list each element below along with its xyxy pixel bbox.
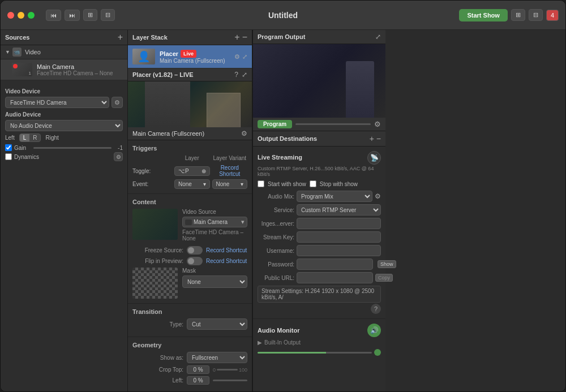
source-thumb-number: 1 — [29, 71, 31, 76]
output-destinations-header: Output Destinations + − — [253, 131, 385, 147]
live-badge: Live — [181, 50, 196, 58]
minimize-button[interactable] — [18, 12, 24, 19]
audio-mix-row: Audio Mix: Program Mix ⚙ — [258, 191, 381, 202]
event-val: None ▾ — [174, 179, 210, 189]
live-streaming-icon-button[interactable]: 📡 — [367, 151, 381, 165]
program-person-shape — [346, 61, 374, 118]
placer-expand-icon[interactable]: ⤢ — [242, 71, 247, 79]
grid-btn-2[interactable]: ⊟ — [529, 9, 543, 21]
traffic-lights — [7, 12, 35, 19]
gain-value: -1 — [114, 145, 123, 151]
camera-select-row[interactable]: Main Camera ▾ — [182, 217, 247, 227]
dynamics-gear-button[interactable]: ⚙ — [114, 152, 123, 161]
program-tab-button[interactable]: Program — [258, 120, 292, 128]
lr-row: Left L R Right — [5, 133, 123, 142]
next-button[interactable]: ⏭ — [65, 10, 80, 21]
freeze-toggle[interactable] — [187, 246, 203, 255]
show-as-row: Show as: Fullscreen — [132, 352, 247, 363]
service-select[interactable]: Custom RTMP Server — [297, 204, 381, 216]
left-crop-input[interactable] — [187, 376, 209, 385]
source-sub: FaceTime HD Camera – None — [37, 70, 123, 76]
layer-stack-panel: Layer Stack + − 👤 Placer Live — [128, 30, 252, 391]
placer-layer-item[interactable]: 👤 Placer Live Main Camera (Fullscreen) ⚙… — [128, 45, 252, 68]
program-slider[interactable] — [295, 123, 371, 125]
flip-toggle[interactable] — [187, 257, 203, 265]
flip-shortcut-link[interactable]: Record Shortcut — [206, 258, 247, 264]
preview-window-overlay — [207, 93, 241, 127]
mask-select[interactable]: None — [182, 275, 247, 288]
audio-mix-gear-icon[interactable]: ⚙ — [375, 192, 381, 200]
program-gear-icon[interactable]: ⚙ — [374, 120, 381, 128]
start-show-button[interactable]: Start Show — [459, 9, 507, 21]
help-icon-button[interactable]: ? — [371, 304, 381, 314]
gain-checkbox[interactable] — [5, 144, 12, 151]
ingest-input[interactable] — [297, 218, 381, 229]
flip-label: Flip in Preview: — [132, 258, 183, 264]
audio-speaker-button[interactable]: 🔊 — [367, 324, 381, 337]
password-input[interactable] — [297, 259, 373, 270]
crop-top-input[interactable] — [187, 365, 209, 374]
grid-button[interactable]: ⊟ — [101, 9, 115, 21]
title-bar: ⏮ ⏭ ⊞ ⊟ Untitled Start Show ⊞ ⊟ 4 — [1, 1, 565, 30]
show-as-label: Show as: — [132, 355, 183, 361]
video-source-thumbnail — [132, 209, 178, 240]
output-add-button[interactable]: + — [370, 134, 374, 143]
layout-button[interactable]: ⊞ — [83, 9, 97, 21]
layer-add-button[interactable]: + — [234, 33, 239, 42]
prev-button[interactable]: ⏮ — [46, 10, 61, 21]
public-url-input[interactable] — [297, 272, 373, 283]
dynamics-checkbox[interactable] — [5, 153, 12, 160]
video-device-select[interactable]: FaceTime HD Camera — [5, 97, 109, 108]
audio-mix-select[interactable]: Program Mix — [297, 191, 372, 202]
badge-button[interactable]: 4 — [546, 10, 559, 21]
help-icon[interactable]: ? — [234, 71, 238, 79]
layer-avatar-icon: 👤 — [132, 49, 155, 64]
maximize-button[interactable] — [28, 12, 35, 19]
start-with-show-checkbox[interactable] — [258, 180, 264, 187]
placer-title: Placer (v1.82) – LIVE — [132, 71, 194, 78]
sources-add-button[interactable]: + — [118, 33, 123, 42]
camera-color-swatch — [185, 219, 192, 225]
public-url-label: Public URL: — [258, 275, 294, 281]
stop-with-show-checkbox[interactable] — [310, 180, 316, 187]
left-crop-label: Left: — [132, 377, 183, 384]
audio-monitor-slider-row — [258, 349, 381, 356]
window-title: Untitled — [268, 11, 298, 20]
audio-monitor-slider[interactable] — [258, 352, 372, 354]
crop-top-slider[interactable] — [217, 369, 238, 371]
crop-top-max: 100 — [239, 367, 247, 373]
video-device-gear-button[interactable]: ⚙ — [112, 97, 123, 108]
close-button[interactable] — [7, 12, 14, 19]
start-with-show-row: Start with show Stop with show — [258, 180, 381, 187]
left-crop-slider[interactable] — [213, 380, 247, 381]
gain-slider[interactable] — [33, 147, 112, 149]
help-row: ? — [258, 304, 381, 314]
freeze-shortcut-link[interactable]: Record Shortcut — [206, 247, 247, 253]
show-password-button[interactable]: Show — [378, 260, 396, 268]
toggle-shortcut[interactable]: Record Shortcut — [212, 165, 248, 177]
audio-monitor-title: Audio Monitor — [258, 327, 300, 334]
program-output-title: Program Output — [258, 33, 305, 40]
layout-btn-2[interactable]: ⊞ — [511, 9, 525, 21]
layer-option-button[interactable]: ⚙ — [234, 53, 240, 61]
username-input[interactable] — [297, 245, 381, 256]
audio-device-select[interactable]: No Audio Device — [5, 120, 123, 131]
layer-remove-button[interactable]: − — [242, 33, 247, 42]
ingest-row: Inges...erver: — [258, 218, 381, 229]
sources-title: Sources — [5, 34, 29, 41]
app-window: ⏮ ⏭ ⊞ ⊟ Untitled Start Show ⊞ ⊟ 4 Source… — [0, 0, 566, 392]
sub-gear-icon[interactable]: ⚙ — [241, 130, 247, 137]
toggle-label: Toggle: — [132, 168, 172, 174]
right-seg-button[interactable]: R — [29, 134, 40, 141]
content-title: Content — [132, 199, 247, 205]
program-fullscreen-icon[interactable]: ⤢ — [375, 33, 381, 41]
transition-type-select[interactable]: Cut — [187, 318, 247, 330]
copy-url-button[interactable]: Copy — [375, 274, 393, 282]
mask-row: Mask None — [132, 268, 247, 299]
stream-key-input[interactable] — [297, 231, 381, 243]
show-as-select[interactable]: Fullscreen — [187, 352, 247, 363]
main-camera-source[interactable]: 1 Main Camera FaceTime HD Camera – None — [1, 59, 127, 80]
output-remove-button[interactable]: − — [376, 134, 381, 143]
left-seg-button[interactable]: L — [20, 134, 30, 141]
layer-expand-button[interactable]: ⤢ — [242, 53, 247, 61]
